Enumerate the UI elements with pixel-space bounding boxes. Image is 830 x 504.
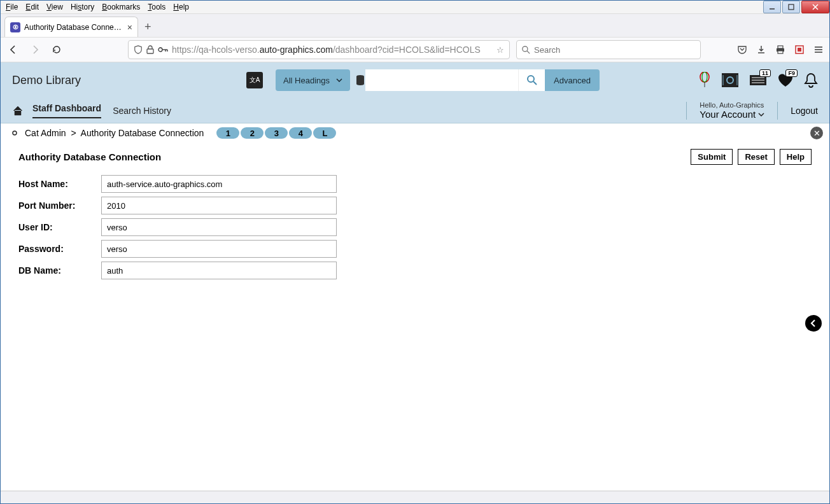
account-block: Hello, Auto-Graphics Your Account Logout (686, 101, 818, 120)
svg-rect-1 (789, 4, 794, 10)
svg-rect-11 (778, 46, 783, 48)
close-window-button[interactable] (801, 1, 829, 13)
back-button[interactable] (6, 42, 21, 57)
catalog-search-input[interactable] (365, 69, 518, 91)
divider (686, 102, 687, 120)
menu-file[interactable]: File (6, 3, 18, 11)
home-icon[interactable] (12, 106, 24, 116)
input-host[interactable] (101, 175, 337, 193)
browser-search-input[interactable] (534, 45, 695, 55)
app-header: Demo Library 文A All Headings Advanced 11… (1, 62, 829, 98)
key-icon[interactable] (158, 46, 168, 53)
window-controls (762, 1, 829, 13)
divider (777, 102, 778, 120)
breadcrumb-parent[interactable]: Cat Admin (25, 128, 66, 138)
input-password[interactable] (101, 240, 337, 258)
greeting-text: Hello, Auto-Graphics (700, 101, 764, 109)
minimize-button[interactable] (763, 1, 781, 13)
input-port[interactable] (101, 197, 337, 214)
input-user[interactable] (101, 218, 337, 236)
download-icon[interactable] (756, 44, 767, 55)
close-panel-icon[interactable]: ✕ (810, 127, 823, 139)
svg-point-22 (700, 72, 709, 82)
search-cluster: 文A All Headings Advanced (246, 69, 600, 91)
menu-help[interactable]: Help (173, 3, 189, 11)
browser-right-icons (736, 44, 824, 55)
pill-last[interactable]: L (313, 127, 336, 139)
os-menubar: File Edit View History Bookmarks Tools H… (1, 1, 829, 14)
chevron-down-icon (336, 78, 342, 82)
status-bar (1, 491, 829, 503)
database-icon[interactable] (355, 74, 365, 86)
shield-icon[interactable] (134, 45, 143, 54)
lock-icon[interactable] (146, 45, 154, 54)
bookmark-star-icon[interactable]: ☆ (496, 45, 504, 55)
your-account-dropdown[interactable]: Your Account (700, 109, 764, 120)
svg-rect-4 (147, 49, 153, 53)
collapse-chevron-icon[interactable] (805, 315, 822, 332)
advanced-search-button[interactable]: Advanced (545, 69, 600, 91)
svg-point-5 (158, 48, 162, 52)
svg-point-20 (528, 76, 534, 82)
label-host: Host Name: (18, 179, 101, 189)
help-button[interactable]: Help (780, 149, 812, 165)
hamburger-menu-icon[interactable] (813, 44, 824, 55)
catalog-search-button[interactable] (518, 69, 545, 91)
tab-close-icon[interactable]: × (127, 22, 132, 32)
pill-4[interactable]: 4 (289, 127, 312, 139)
input-db[interactable] (101, 262, 337, 279)
menu-history[interactable]: History (71, 3, 94, 11)
action-buttons: Submit Reset Help (691, 149, 812, 165)
svg-line-10 (527, 51, 530, 53)
print-icon[interactable] (775, 44, 786, 55)
url-text: https://qa-hcols-verso.auto-graphics.com… (172, 45, 481, 55)
balloon-icon[interactable] (698, 72, 711, 88)
browser-search-box[interactable] (516, 40, 701, 59)
nav-search-history[interactable]: Search History (113, 106, 171, 116)
reload-button[interactable] (49, 42, 64, 57)
forward-button[interactable] (27, 42, 43, 57)
library-name: Demo Library (12, 74, 81, 87)
scan-icon[interactable] (721, 73, 739, 88)
extension-icon[interactable] (794, 44, 805, 55)
reset-button[interactable]: Reset (738, 149, 774, 165)
nav-staff-dashboard[interactable]: Staff Dashboard (32, 103, 101, 118)
section-title: Authority Database Connection (18, 151, 161, 162)
nav-row: Staff Dashboard Search History Hello, Au… (1, 98, 829, 123)
svg-line-21 (533, 81, 537, 85)
header-right-icons: 11 F9 (698, 72, 818, 88)
heading-select[interactable]: All Headings (276, 69, 350, 91)
label-port: Port Number: (18, 200, 101, 211)
logout-link[interactable]: Logout (791, 106, 818, 116)
list-icon[interactable]: 11 (749, 73, 767, 87)
list-badge: 11 (759, 69, 771, 77)
new-tab-button[interactable]: + (144, 20, 151, 34)
menu-edit[interactable]: Edit (25, 3, 39, 11)
favorites-badge: F9 (785, 69, 798, 77)
heading-select-label: All Headings (283, 76, 330, 85)
url-box[interactable]: https://qa-hcols-verso.auto-graphics.com… (128, 40, 510, 59)
svg-point-9 (523, 46, 528, 51)
pagination-pills: 1 2 3 4 L (216, 127, 336, 139)
connection-form: Host Name: Port Number: User ID: Passwor… (1, 169, 829, 290)
browser-tab[interactable]: ⦿ Authority Database Connection × (4, 17, 138, 37)
pill-2[interactable]: 2 (241, 127, 264, 139)
menu-tools[interactable]: Tools (148, 3, 165, 11)
maximize-button[interactable] (782, 1, 800, 13)
menu-view[interactable]: View (46, 3, 63, 11)
pill-1[interactable]: 1 (216, 127, 239, 139)
pill-3[interactable]: 3 (265, 127, 288, 139)
label-user: User ID: (18, 222, 101, 232)
svg-rect-15 (798, 48, 801, 52)
favorites-icon[interactable]: F9 (777, 73, 794, 87)
language-icon[interactable]: 文A (246, 72, 263, 88)
pocket-icon[interactable] (736, 44, 748, 55)
bell-icon[interactable] (804, 73, 818, 88)
menu-bookmarks[interactable]: Bookmarks (102, 3, 140, 11)
svg-point-23 (702, 72, 707, 82)
chain-icon (10, 129, 20, 137)
search-icon (522, 46, 530, 54)
breadcrumb-row: Cat Admin > Authority Database Connectio… (1, 123, 829, 143)
submit-button[interactable]: Submit (691, 149, 733, 165)
section-header: Authority Database Connection Submit Res… (1, 143, 829, 169)
